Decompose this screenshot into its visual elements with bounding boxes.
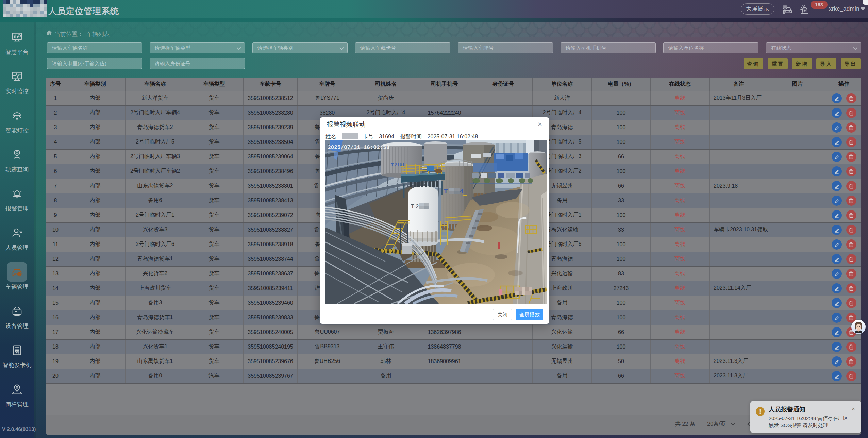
svg-text:2025/07/31 16:02:58: 2025/07/31 16:02:58	[328, 145, 389, 151]
svg-text:T: T	[444, 188, 448, 195]
svg-text:T-2: T-2	[411, 204, 419, 209]
